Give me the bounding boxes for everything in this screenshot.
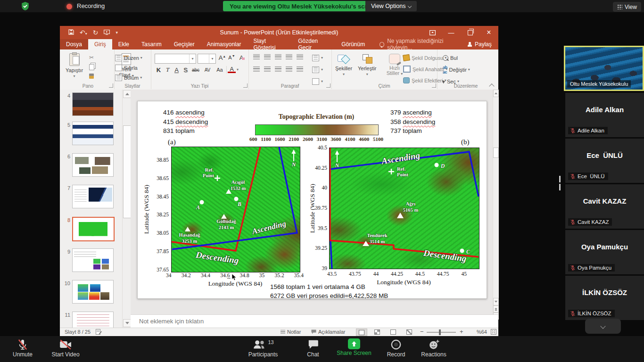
zoom-out-button[interactable]: − [420,328,424,335]
participants-button[interactable]: 13 Participants [245,338,281,358]
scroll-down-button[interactable] [123,319,131,327]
align-right-icon[interactable] [275,66,281,72]
customize-qat-icon[interactable]: ▾ [116,30,118,35]
reactions-button[interactable]: Reactions [418,338,450,358]
cut-icon[interactable]: ✂ [89,54,94,61]
zoom-in-button[interactable]: + [460,328,463,335]
unmute-button[interactable]: Unmute [8,338,38,358]
tab-gorunum[interactable]: Görünüm [335,39,371,49]
restore-button[interactable] [461,26,479,39]
participant-tile[interactable]: Oya Pamukçu Oya Pamukçu [565,230,644,274]
tab-animasyonlar[interactable]: Animasyonlar [201,39,248,49]
text-direction-icon[interactable]: ▾ [312,53,323,62]
scrollbar-thumb[interactable] [123,125,131,218]
layout-button[interactable]: Düzen▾ [115,53,142,62]
tab-dosya[interactable]: Dosya [60,39,88,49]
previous-slide-button[interactable] [493,305,499,313]
tab-gecisler[interactable]: Geçişler [168,39,201,49]
find-button[interactable]: Bul [443,53,470,62]
tab-tasarim[interactable]: Tasarım [135,39,168,49]
font-color-button[interactable]: A [228,66,236,73]
character-spacing-button[interactable]: AV [202,67,213,73]
share-button[interactable]: Paylaş [461,39,498,49]
slide-sorter-view-button[interactable] [372,329,382,335]
drawing-dialog-launcher[interactable] [432,83,436,88]
thumbnail-slide-4[interactable]: 4 [60,92,122,116]
scroll-down-button[interactable] [493,298,499,305]
zoom-slider-thumb[interactable] [439,329,441,335]
paste-button[interactable]: Yapıştır ▾ [66,53,83,78]
bullets-icon[interactable] [253,54,260,59]
justify-icon[interactable] [286,66,292,72]
notes-pane[interactable]: Not eklemek için tıklatın [131,314,498,328]
minimize-button[interactable]: — [442,26,461,39]
start-video-button[interactable]: Start Video [47,338,84,358]
thumbnail-slide-11[interactable]: 11 [60,312,122,329]
participant-tile[interactable]: İLKİN ÖZSÖZ İLKİN ÖZSÖZ [565,276,644,320]
increase-indent-icon[interactable] [286,54,292,59]
scroll-up-button[interactable] [123,90,131,98]
chat-button[interactable]: Chat [302,338,324,358]
align-center-icon[interactable] [264,66,271,72]
record-button[interactable]: Record [382,338,410,358]
italic-button[interactable]: T [164,66,172,74]
close-button[interactable]: × [479,26,498,39]
thumbnail-scrollbar[interactable] [122,90,131,328]
notes-toggle[interactable]: Notlar [281,329,301,335]
arrange-button[interactable]: Yerleştir▾ [358,54,376,76]
security-shield-icon[interactable] [21,1,30,13]
change-case-button[interactable]: Aa [214,67,225,73]
slide-scrollbar[interactable] [493,90,499,314]
tab-gozden-gecir[interactable]: Gözden Geçir [292,39,335,49]
comments-toggle[interactable]: Açıklamalar [311,329,345,335]
participant-tile[interactable]: Adile Alkan Adile Alkan [565,93,644,137]
spell-check-icon[interactable] [96,329,102,336]
redo-icon[interactable]: ↻ [93,29,99,36]
scroll-participants-button[interactable] [585,319,621,334]
thumbnail-slide-10[interactable]: 10 [60,280,122,304]
slideshow-view-button[interactable] [404,329,414,335]
scroll-up-button[interactable] [493,90,499,97]
strikethrough-button[interactable]: abc [190,67,201,73]
tab-slayt-gosterisi[interactable]: Slayt Gösterisi [247,39,292,49]
format-painter-icon[interactable] [89,74,94,79]
reset-button[interactable]: Sıfırla [115,63,142,72]
thumbnail-slide-7[interactable]: 7 [60,185,122,208]
section-button[interactable]: Bölüm▾ [115,73,142,82]
tell-me-search[interactable]: Ne yapmak istediğinizi söyleyin... [371,39,461,49]
undo-icon[interactable]: ↶▾ [80,29,87,36]
shapes-button[interactable]: Şekiller▾ [335,54,352,76]
view-button[interactable]: View [613,2,641,12]
shadow-button[interactable]: S [182,66,190,74]
tab-giris[interactable]: Giriş [88,39,112,49]
align-text-icon[interactable]: ▾ [312,65,323,74]
line-spacing-icon[interactable] [297,54,303,59]
scrollbar-thumb[interactable] [493,148,499,158]
quick-access-toolbar[interactable]: ↶▾ ↻ ▾ [60,29,118,36]
thumbnail-slide-8-selected[interactable]: 8 [60,217,122,241]
save-icon[interactable] [68,29,74,36]
share-screen-button[interactable]: Share Screen [333,338,375,356]
columns-icon[interactable] [297,66,303,72]
clear-format-icon[interactable]: A [238,54,246,61]
zoom-slider-track[interactable] [427,332,456,333]
font-name-combobox[interactable]: ▾ [155,54,196,64]
fit-to-window-icon[interactable] [491,329,496,336]
increase-font-icon[interactable]: A▲ [218,54,226,61]
thumbnail-slide-9[interactable]: 9 [60,248,122,272]
numbering-icon[interactable] [264,54,271,59]
thumbnail-slide-6[interactable]: 6 [60,153,122,177]
thumbnail-slide-5[interactable]: 5 [60,122,122,145]
view-options-button[interactable]: View Options [365,1,417,11]
clipboard-dialog-launcher[interactable] [109,83,113,88]
underline-button[interactable]: A [173,66,181,74]
reading-view-button[interactable] [388,329,398,335]
participant-tile[interactable]: Ece ÜNLÜ Ece ÜNLÜ [565,139,644,183]
quick-styles-button[interactable]: Hızlı Stiller ▾ [384,54,405,76]
bold-button[interactable]: K [155,66,163,74]
ribbon-display-options-icon[interactable] [423,26,442,39]
slide-canvas[interactable]: 416 ascending 415 descending 831 toplam … [137,101,487,299]
align-left-icon[interactable] [253,66,260,72]
paragraph-dialog-launcher[interactable] [326,83,330,88]
decrease-indent-icon[interactable] [275,54,281,59]
